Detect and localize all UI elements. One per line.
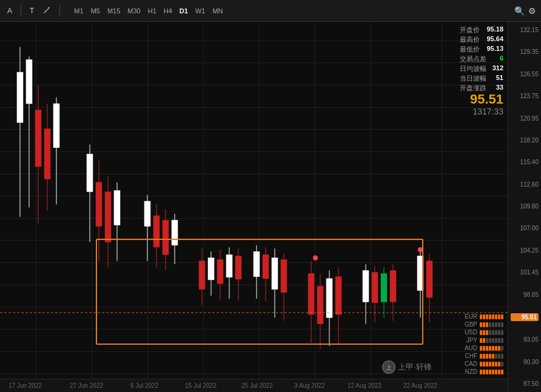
svg-rect-25 — [172, 220, 178, 245]
bar-seg — [498, 314, 500, 319]
open-label: 开盘价 — [460, 25, 480, 35]
info-row-high: 最高价 95.64 — [460, 35, 503, 44]
tf-h1[interactable]: H1 — [145, 6, 160, 16]
currency-gbp-label: GBP — [460, 321, 477, 328]
tf-m15[interactable]: M15 — [104, 6, 123, 16]
bar-seg — [489, 322, 491, 327]
currency-usd-bars — [480, 330, 503, 335]
svg-rect-9 — [53, 104, 59, 148]
bar-seg — [483, 362, 485, 367]
tool-draw[interactable] — [40, 4, 53, 17]
current-price-display: 95.51 — [470, 91, 503, 107]
price-98: 98.65 — [511, 291, 539, 298]
svg-rect-47 — [317, 286, 323, 324]
high-value: 95.64 — [486, 35, 503, 44]
bar-seg — [480, 322, 482, 327]
date-axis: 17 Jun 2022 27 Jun 2022 6 Jul 2022 15 Ju… — [0, 379, 508, 392]
svg-rect-23 — [163, 220, 169, 254]
bar-seg — [501, 346, 503, 351]
low-label: 最低价 — [460, 45, 480, 54]
currency-jpy-bars — [480, 338, 503, 343]
currency-eur-bars — [480, 314, 503, 319]
price-101: 101.45 — [511, 269, 539, 276]
bar-seg — [498, 362, 500, 367]
currency-row-nzd: NZD — [460, 368, 503, 375]
price-93: 93.05 — [511, 336, 539, 343]
bar-seg — [486, 354, 488, 359]
svg-rect-27 — [199, 261, 205, 290]
svg-rect-31 — [217, 260, 223, 284]
price-112: 112.60 — [511, 181, 539, 188]
bar-seg — [498, 370, 500, 374]
currency-aud-bars — [480, 346, 503, 351]
bar-seg — [486, 330, 488, 335]
date-12aug: 12 Aug 2022 — [348, 382, 381, 389]
svg-rect-5 — [35, 110, 41, 166]
bar-seg — [501, 322, 503, 327]
currency-chf-bars — [480, 354, 503, 359]
svg-text:上: 上 — [386, 364, 392, 371]
tf-w1[interactable]: W1 — [192, 6, 209, 16]
currency-usd-label: USD — [460, 329, 477, 336]
tf-d1[interactable]: D1 — [176, 6, 191, 16]
bar-seg — [492, 346, 494, 351]
brand-logo: 上 上甲·轩锋 — [382, 360, 432, 374]
bar-seg — [483, 314, 485, 319]
currency-row-usd: USD — [460, 329, 503, 336]
bar-seg — [498, 346, 500, 351]
currency-chf-label: CHF — [460, 353, 477, 359]
price-104: 104.25 — [511, 247, 539, 254]
tool-cursor[interactable]: A — [5, 5, 15, 16]
bar-seg — [486, 322, 488, 327]
date-22aug: 22 Aug 2022 — [403, 382, 437, 389]
date-15jul: 15 Jul 2022 — [185, 382, 217, 389]
bar-seg — [486, 314, 488, 319]
price-115: 115.40 — [511, 159, 539, 165]
bar-seg — [495, 322, 497, 327]
currency-row-eur: EUR — [460, 313, 503, 320]
svg-rect-59 — [390, 270, 396, 302]
svg-rect-41 — [272, 258, 278, 290]
date-6jul: 6 Jul 2022 — [130, 382, 158, 389]
settings-button[interactable]: ⚙ — [528, 6, 536, 16]
price-126: 126.55 — [511, 71, 539, 78]
logo-icon: 上 — [382, 360, 395, 374]
bar-seg — [489, 354, 491, 359]
bar-seg — [483, 354, 485, 359]
currency-row-gbp: GBP — [460, 321, 503, 328]
tf-h4[interactable]: H4 — [161, 6, 175, 16]
tf-m1[interactable]: M1 — [71, 6, 86, 16]
svg-rect-55 — [372, 272, 378, 302]
currency-aud-label: AUD — [460, 345, 477, 351]
time-display: 1317:33 — [472, 107, 503, 116]
bar-seg — [492, 370, 494, 374]
spread-value: 6 — [500, 55, 503, 64]
tf-m30[interactable]: M30 — [124, 6, 143, 16]
bar-seg — [492, 330, 494, 335]
currency-nzd-bars — [480, 370, 503, 374]
currency-cad-bars — [480, 362, 503, 367]
bar-seg — [480, 346, 482, 351]
timeframe-buttons: M1 M5 M15 M30 H1 H4 D1 W1 MN — [71, 6, 226, 16]
tf-m5[interactable]: M5 — [88, 6, 103, 16]
chart-area[interactable]: .candle-bull { fill: #fff; stroke: #fff;… — [0, 22, 541, 392]
bar-seg — [480, 338, 482, 343]
currency-row-jpy: JPY — [460, 337, 503, 344]
bar-seg — [483, 338, 485, 343]
search-button[interactable]: 🔍 — [514, 6, 525, 16]
tool-text[interactable]: T — [27, 5, 36, 16]
svg-rect-45 — [308, 274, 314, 315]
logo-text: 上甲·轩锋 — [398, 362, 432, 373]
price-118: 118.20 — [511, 137, 539, 144]
svg-rect-61 — [417, 256, 423, 290]
daily-range-value: 312 — [492, 64, 503, 73]
tf-mn[interactable]: MN — [209, 6, 226, 16]
date-25jul: 25 Jul 2022 — [241, 382, 273, 389]
currency-nzd-label: NZD — [460, 368, 477, 375]
price-90: 90.30 — [511, 359, 539, 365]
high-label: 最高价 — [460, 35, 480, 44]
svg-rect-29 — [208, 258, 214, 280]
bar-seg — [501, 330, 503, 335]
low-value: 95.13 — [486, 45, 503, 54]
info-row-spread: 交易点差 6 — [460, 55, 503, 64]
